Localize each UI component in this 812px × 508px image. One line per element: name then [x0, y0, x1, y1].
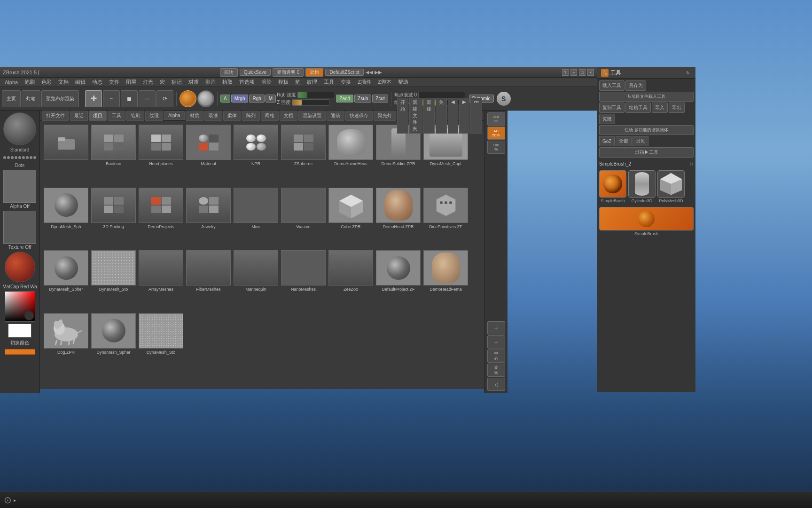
- menu-zplugin[interactable]: Z插件: [355, 78, 374, 87]
- texture-preview[interactable]: [3, 211, 36, 244]
- recent-tab[interactable]: 最近: [70, 111, 88, 121]
- alpha-tab[interactable]: Alpha: [164, 111, 185, 120]
- menu-brush[interactable]: 笔刷: [22, 78, 38, 87]
- menu-file[interactable]: 文件: [106, 78, 122, 87]
- file-item-zspheres[interactable]: ZSpheres: [281, 125, 326, 185]
- main-tab-btn[interactable]: 主页: [2, 90, 21, 107]
- rgb-checkbox[interactable]: A: [220, 95, 230, 103]
- light-to-tool-btn[interactable]: 灯箱▶工具: [599, 147, 694, 158]
- file-item-dog[interactable]: Dog.ZPR: [44, 313, 88, 373]
- quicksave-btn[interactable]: QuickSave: [240, 69, 271, 76]
- menu-tool[interactable]: 工具: [321, 78, 337, 87]
- file-item-dynasph1[interactable]: DynaMesh_Sph: [44, 188, 88, 248]
- copy-tool-btn[interactable]: 复制工具: [599, 103, 625, 113]
- alpha-preview[interactable]: [3, 170, 36, 203]
- alpha-section[interactable]: Alpha Off: [3, 170, 36, 209]
- file-item-demoproj[interactable]: DemoProjects: [139, 188, 183, 248]
- file-item-dice[interactable]: DicePrimitives.ZF: [423, 188, 468, 248]
- paint-btn[interactable]: [197, 90, 214, 107]
- symmetry-btn[interactable]: S: [497, 92, 511, 106]
- back-btn[interactable]: ◁: [487, 378, 505, 391]
- cylinder3d-item[interactable]: Cylinder3D: [628, 170, 656, 203]
- file-item-headplanes[interactable]: Head planes: [139, 125, 183, 185]
- file-item-3dprint[interactable]: 3D Printing: [91, 188, 136, 248]
- texture-tab[interactable]: 纹理: [145, 111, 163, 121]
- menu-doc[interactable]: 文档: [55, 78, 71, 87]
- presets-tab-btn[interactable]: 预览布尔渲染: [41, 90, 79, 107]
- open-file-tab[interactable]: 打开文件: [42, 111, 69, 121]
- menu-anim[interactable]: 动态: [89, 78, 105, 87]
- material-tab[interactable]: 材质: [186, 111, 203, 121]
- rgb-btn[interactable]: Rgb: [249, 95, 264, 103]
- also-btn[interactable]: 另见: [632, 136, 648, 146]
- move-btn[interactable]: ↔: [139, 90, 156, 107]
- all-btn[interactable]: 全部: [616, 136, 632, 146]
- zbrush-2d-btn[interactable]: ZBr2D: [487, 112, 505, 126]
- zcut-btn[interactable]: Zcut: [372, 95, 388, 103]
- select-btn[interactable]: ◼: [121, 90, 138, 107]
- menu-edit[interactable]: 编辑: [72, 78, 88, 87]
- stroke-pattern[interactable]: [1, 154, 38, 161]
- help-btn[interactable]: ?: [562, 69, 569, 76]
- polymesh3d-item[interactable]: PolyMesh3D: [657, 170, 685, 203]
- file-item-jewelry[interactable]: Jewelry: [186, 188, 231, 248]
- draw-btn[interactable]: ✚: [85, 90, 102, 107]
- file-item-fibermeshes[interactable]: FiberMeshes: [186, 250, 231, 310]
- menu-transform[interactable]: 变换: [338, 78, 354, 87]
- paste-tool-btn[interactable]: 粘贴工具: [625, 103, 651, 113]
- ac50-btn[interactable]: AC50%: [487, 127, 505, 140]
- import-file-btn[interactable]: 从项目文件载入工具: [599, 92, 694, 102]
- menu-texture[interactable]: 纹理: [304, 78, 320, 87]
- menu-layer[interactable]: 图层: [123, 78, 139, 87]
- doc-tab[interactable]: 文档: [280, 111, 297, 121]
- menu-pickup[interactable]: 抬取: [219, 78, 235, 87]
- nav-dots-btn[interactable]: •••: [470, 98, 482, 134]
- file-item-arraymeshes[interactable]: ArrayMeshes: [139, 250, 183, 310]
- file-item-dynasph2[interactable]: DynaMesh_Spher: [44, 250, 88, 310]
- array-tab[interactable]: 阵列: [242, 111, 260, 121]
- file-item-dynasph3[interactable]: DynaMesh_Spher: [91, 313, 136, 373]
- lamp-tab-btn[interactable]: 灯箱: [22, 90, 40, 107]
- brush-preview[interactable]: [3, 112, 36, 145]
- file-item-material[interactable]: Material: [186, 125, 231, 185]
- new-btn[interactable]: 新建: [423, 98, 435, 134]
- close-panel-btn[interactable]: 关: [436, 98, 447, 134]
- mrgb-btn[interactable]: Mrgb: [231, 95, 249, 103]
- file-item-boolean[interactable]: Boolean: [91, 125, 136, 185]
- file-item-dynastone1[interactable]: DynaMesh_Sto: [91, 250, 136, 310]
- tool-tab[interactable]: 工具: [108, 111, 125, 121]
- center-btn[interactable]: 中心: [487, 349, 505, 363]
- another-btn[interactable]: 另存为: [625, 80, 646, 91]
- export-btn[interactable]: 导入: [652, 103, 668, 113]
- mesh-tab[interactable]: 网格: [261, 111, 279, 121]
- zoom100-btn[interactable]: 100%: [487, 141, 505, 154]
- file-item-dynastone2[interactable]: DynaMesh_Sto: [139, 313, 183, 373]
- file-item-empty[interactable]: [44, 125, 88, 185]
- mask-tab[interactable]: 遮镜: [327, 111, 344, 121]
- autosave-btn[interactable]: 回访: [220, 68, 238, 77]
- liquid-tab[interactable]: 吸液: [204, 111, 222, 121]
- file-item-wacom[interactable]: Wacom: [281, 188, 326, 248]
- active-btn[interactable]: 架构: [305, 68, 323, 77]
- z-strength-track[interactable]: [292, 99, 329, 106]
- rgb-strength-track[interactable]: [297, 92, 335, 98]
- script-btn[interactable]: DefaultZScript: [325, 69, 363, 76]
- rotate-3d-btn[interactable]: 旋转: [487, 364, 505, 377]
- menu-macro[interactable]: 宏: [157, 78, 168, 87]
- menu-color[interactable]: 色彩: [39, 78, 55, 87]
- zoom-in-btn[interactable]: +: [487, 321, 505, 334]
- texture-section[interactable]: Texture Off: [3, 211, 36, 250]
- brush-tab[interactable]: 笔刷: [126, 111, 144, 121]
- menu-prefs[interactable]: 首选项: [236, 78, 258, 87]
- file-item-demoanime[interactable]: DemoAnimeHeac: [328, 125, 373, 185]
- export2-btn[interactable]: 导出: [669, 103, 685, 113]
- file-item-zeezoo[interactable]: ZeeZoo: [328, 250, 373, 310]
- file-item-demosoldier[interactable]: DemoSoldier.ZPR: [376, 125, 421, 185]
- file-item-demohead[interactable]: DemoHead.ZPR: [376, 188, 421, 248]
- transparency-btn[interactable]: 界面透明 0: [273, 68, 304, 77]
- rotate-btn[interactable]: ⟳: [156, 90, 173, 107]
- nav-prev-btn[interactable]: ◀: [448, 98, 458, 134]
- file-item-npr[interactable]: NPR: [234, 125, 278, 185]
- import-tool-btn[interactable]: 载入工具: [599, 80, 625, 91]
- close-btn[interactable]: ×: [587, 69, 594, 76]
